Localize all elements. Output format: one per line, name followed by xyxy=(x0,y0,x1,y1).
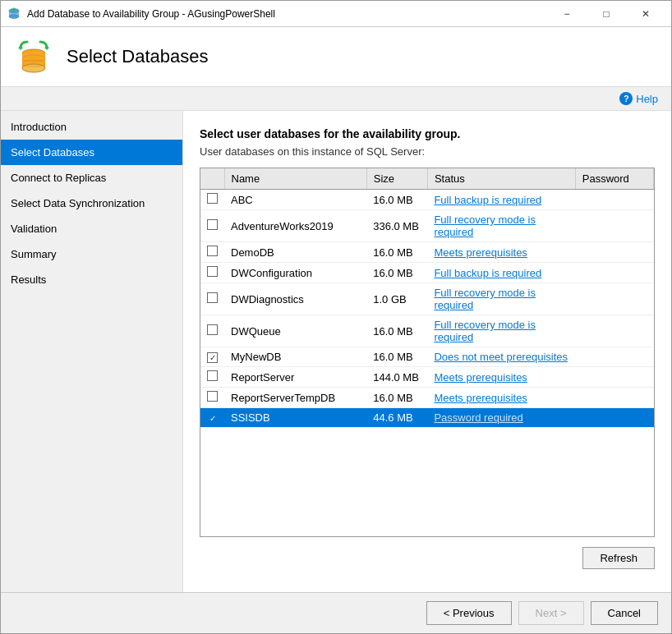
main-panel: Select user databases for the availabili… xyxy=(183,111,671,592)
col-header-size: Size xyxy=(366,168,427,190)
table-row[interactable]: DWQueue16.0 MBFull recovery mode is requ… xyxy=(200,315,654,347)
header-database-icon xyxy=(14,37,53,76)
db-status[interactable]: Full backup is required xyxy=(427,263,575,283)
db-password xyxy=(575,388,653,408)
main-title: Select user databases for the availabili… xyxy=(200,127,655,140)
row-checkbox[interactable] xyxy=(207,324,218,335)
db-size: 16.0 MB xyxy=(366,242,427,263)
db-size: 16.0 MB xyxy=(366,347,427,367)
db-password xyxy=(575,190,653,210)
col-header-status: Status xyxy=(427,168,575,190)
database-table-container: Name Size Status Password ABC16.0 MBFull… xyxy=(200,168,655,537)
db-status[interactable]: Meets prerequisites xyxy=(427,242,575,263)
status-link[interactable]: Meets prerequisites xyxy=(434,392,527,404)
db-password xyxy=(575,263,653,283)
status-link[interactable]: Full recovery mode is required xyxy=(434,214,536,238)
row-checkbox[interactable] xyxy=(207,193,218,204)
status-link[interactable]: Full backup is required xyxy=(434,194,541,206)
db-password xyxy=(575,283,653,315)
help-icon: ? xyxy=(619,92,633,105)
db-name: DWConfiguration xyxy=(224,263,366,283)
window-controls: − □ ✕ xyxy=(548,1,665,27)
sidebar-item-validation[interactable]: Validation xyxy=(1,216,182,241)
table-row[interactable]: AdventureWorks2019336.0 MBFull recovery … xyxy=(200,210,654,242)
db-status[interactable]: Full recovery mode is required xyxy=(427,315,575,347)
table-row[interactable]: ReportServer144.0 MBMeets prerequisites xyxy=(200,367,654,388)
row-checkbox[interactable] xyxy=(207,292,218,303)
db-size: 16.0 MB xyxy=(366,388,427,408)
previous-button[interactable]: < Previous xyxy=(426,601,512,625)
table-row[interactable]: ABC16.0 MBFull backup is required xyxy=(200,190,654,210)
db-size: 144.0 MB xyxy=(366,367,427,388)
db-size: 16.0 MB xyxy=(366,263,427,283)
svg-point-3 xyxy=(9,14,19,18)
db-size: 44.6 MB xyxy=(366,408,427,428)
help-link[interactable]: ? Help xyxy=(619,92,658,105)
close-button[interactable]: ✕ xyxy=(627,1,665,27)
col-header-checkbox xyxy=(200,168,224,190)
db-name: ReportServer xyxy=(224,367,366,388)
status-link[interactable]: Password required xyxy=(434,411,522,424)
db-size: 336.0 MB xyxy=(366,210,427,242)
table-row[interactable]: DWDiagnostics1.0 GBFull recovery mode is… xyxy=(200,283,654,315)
db-status[interactable]: Full recovery mode is required xyxy=(427,210,575,242)
db-size: 16.0 MB xyxy=(366,190,427,210)
table-row[interactable]: ReportServerTempDB16.0 MBMeets prerequis… xyxy=(200,388,654,408)
row-checkbox[interactable] xyxy=(207,370,218,381)
row-checkbox[interactable] xyxy=(207,219,218,230)
page-title: Select Databases xyxy=(67,46,208,67)
refresh-button[interactable]: Refresh xyxy=(582,547,655,569)
table-row[interactable]: DWConfiguration16.0 MBFull backup is req… xyxy=(200,263,654,283)
db-password xyxy=(575,210,653,242)
row-checkbox[interactable] xyxy=(207,246,218,256)
status-link[interactable]: Full recovery mode is required xyxy=(434,287,536,311)
cancel-button[interactable]: Cancel xyxy=(591,601,658,625)
next-button[interactable]: Next > xyxy=(518,601,584,625)
main-window: Add Database to Availability Group - AGu… xyxy=(0,0,672,634)
db-status[interactable]: Meets prerequisites xyxy=(427,388,575,408)
header-bar: Select Databases xyxy=(1,27,671,87)
db-status[interactable]: Full recovery mode is required xyxy=(427,283,575,315)
db-name: SSISDB xyxy=(224,408,366,428)
status-link[interactable]: Does not meet prerequisites xyxy=(434,351,568,363)
db-name: DemoDB xyxy=(224,242,366,263)
db-password xyxy=(575,408,653,428)
sidebar-item-results[interactable]: Results xyxy=(1,267,182,292)
db-status[interactable]: Meets prerequisites xyxy=(427,367,575,388)
sidebar-item-select-data-sync[interactable]: Select Data Synchronization xyxy=(1,191,182,216)
maximize-button[interactable]: □ xyxy=(587,1,625,27)
row-checkbox[interactable] xyxy=(207,266,218,277)
table-row[interactable]: MyNewDB16.0 MBDoes not meet prerequisite… xyxy=(200,347,654,367)
sidebar-item-select-databases[interactable]: Select Databases xyxy=(1,140,182,165)
row-checkbox[interactable] xyxy=(207,391,218,402)
table-row[interactable]: DemoDB16.0 MBMeets prerequisites xyxy=(200,242,654,263)
db-size: 1.0 GB xyxy=(366,283,427,315)
col-header-password: Password xyxy=(575,168,653,190)
svg-marker-6 xyxy=(44,45,49,48)
sidebar-item-summary[interactable]: Summary xyxy=(1,241,182,267)
db-password xyxy=(575,315,653,347)
table-row[interactable]: SSISDB44.6 MBPassword required xyxy=(200,408,654,428)
table-header-row: Name Size Status Password xyxy=(200,168,654,190)
refresh-row: Refresh xyxy=(200,547,655,569)
db-status[interactable]: Password required xyxy=(427,408,575,428)
db-status[interactable]: Does not meet prerequisites xyxy=(427,347,575,367)
sidebar-item-introduction[interactable]: Introduction xyxy=(1,114,182,140)
status-link[interactable]: Meets prerequisites xyxy=(434,371,527,384)
titlebar: Add Database to Availability Group - AGu… xyxy=(1,1,671,27)
db-password xyxy=(575,367,653,388)
help-label: Help xyxy=(636,93,658,105)
db-size: 16.0 MB xyxy=(366,315,427,347)
db-status[interactable]: Full backup is required xyxy=(427,190,575,210)
status-link[interactable]: Full recovery mode is required xyxy=(434,319,536,343)
db-name: ReportServerTempDB xyxy=(224,388,366,408)
status-link[interactable]: Meets prerequisites xyxy=(434,246,527,259)
minimize-button[interactable]: − xyxy=(548,1,586,27)
row-checkbox[interactable] xyxy=(207,352,218,363)
db-name: DWDiagnostics xyxy=(224,283,366,315)
row-checkbox[interactable] xyxy=(207,413,218,424)
content-area: Introduction Select Databases Connect to… xyxy=(1,111,671,592)
status-link[interactable]: Full backup is required xyxy=(434,267,541,279)
sidebar-item-connect-to-replicas[interactable]: Connect to Replicas xyxy=(1,165,182,191)
window-title: Add Database to Availability Group - AGu… xyxy=(27,8,548,20)
